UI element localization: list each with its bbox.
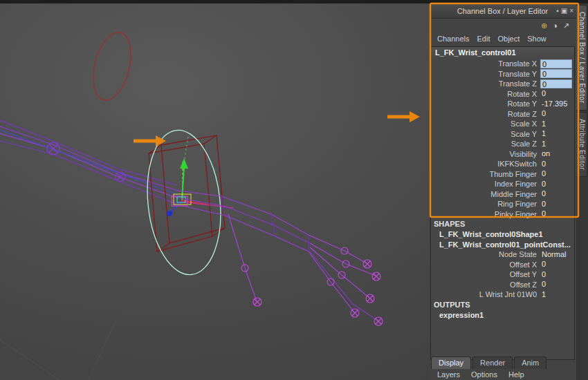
hand-wireframe[interactable]	[178, 191, 378, 321]
layer-editor-menubar: LayersOptionsHelp	[429, 369, 576, 380]
channel-attribute-label: Pinky Finger	[431, 210, 540, 218]
finger-joints[interactable]	[241, 247, 383, 325]
channel-attribute-row: Thumb Finger0	[431, 169, 574, 180]
slider-mode-icon[interactable]: ↗	[563, 22, 569, 30]
channel-attribute-value-field[interactable]: 0	[540, 180, 572, 189]
shape-attribute-value-field[interactable]: 0	[540, 280, 572, 289]
channel-attribute-value-field[interactable]: 1	[540, 129, 572, 138]
channel-attribute-label: Thumb Finger	[431, 170, 540, 178]
output-node-name: expression1	[431, 310, 574, 321]
channel-attribute-value-field[interactable]: 0	[540, 59, 572, 68]
shape-attribute-row: Offset X0	[431, 260, 574, 270]
channel-tool-icons: ⊕ ◑ ↗	[429, 19, 576, 32]
channel-attribute-row: Middle Finger0	[431, 189, 574, 200]
side-tab-channel-box[interactable]: Channel Box / Layer Editor	[576, 5, 587, 111]
shape-attribute-row: Offset Z0	[431, 280, 574, 290]
channel-attribute-row: Translate Z0	[431, 79, 574, 89]
tab-render[interactable]: Render	[472, 357, 513, 369]
channel-box-content: L_FK_Wrist_control01 Translate X0Transla…	[430, 46, 575, 360]
channel-attribute-value-field[interactable]: 0	[540, 109, 572, 118]
shape-attribute-value-field[interactable]: 0	[540, 260, 572, 269]
channel-attribute-label: Scale X	[431, 120, 540, 128]
channel-attribute-value-field[interactable]: 0	[540, 209, 572, 218]
y-axis-arrow[interactable]	[180, 158, 188, 169]
channel-attribute-value-field[interactable]: 1	[540, 120, 572, 129]
channel-attribute-row: Scale Z1	[431, 139, 574, 149]
fk-shoulder-control-circle[interactable]	[87, 28, 138, 104]
arm-wireframe[interactable]	[0, 120, 180, 205]
output-node-list: expression1	[431, 310, 574, 321]
tab-anim[interactable]: Anim	[514, 357, 546, 369]
channel-attribute-label: Visibility	[431, 150, 540, 158]
channel-attribute-row: Scale Y1	[431, 129, 574, 140]
channel-attribute-label: Translate X	[431, 59, 540, 68]
menu-edit[interactable]: Edit	[477, 35, 490, 43]
tab-display[interactable]: Display	[431, 357, 471, 369]
channel-attribute-row: Rotate Y-17.395	[431, 99, 574, 109]
side-tab-attribute-editor[interactable]: Attribute Editor	[576, 112, 587, 177]
selected-object-name[interactable]: L_FK_Wrist_control01	[431, 47, 574, 59]
shape-attribute-list: Node StateNormalOffset X0Offset Y0Offset…	[431, 249, 574, 300]
close-icon[interactable]: ×	[569, 8, 573, 15]
channel-attribute-row: Pinky Finger0	[431, 209, 574, 220]
manipulator-icon[interactable]: ⊕	[541, 22, 547, 30]
shape-attribute-label: L Wrist Jnt 01W0	[431, 290, 540, 298]
channel-attribute-value-field[interactable]: 0	[540, 89, 572, 98]
grid-lines	[0, 319, 116, 380]
fk-wrist-box-control[interactable]	[149, 135, 225, 251]
menu-help[interactable]: Help	[508, 370, 524, 379]
channel-attribute-value-field[interactable]: 1	[540, 140, 572, 149]
menu-layers[interactable]: Layers	[437, 370, 460, 379]
channel-attribute-label: Middle Finger	[431, 190, 540, 198]
shape-node-name: L_FK_Wrist_control0Shape1	[431, 229, 574, 240]
channel-box-menubar: ChannelsEditObjectShow	[429, 32, 576, 45]
channel-attribute-label: Scale Y	[431, 130, 540, 138]
channel-attribute-label: Translate Y	[431, 70, 540, 78]
channel-attribute-value-field[interactable]: 0	[540, 189, 572, 198]
shapes-section-header: SHAPES	[431, 219, 574, 229]
shape-node-list: L_FK_Wrist_control0Shape1L_FK_Wrist_cont…	[431, 229, 574, 249]
float-panel-icon[interactable]: ▣	[561, 8, 567, 15]
display-toggle-icon[interactable]: ◑	[553, 22, 558, 30]
shape-attribute-label: Node State	[431, 250, 540, 258]
channel-attribute-value-field[interactable]: -17.395	[540, 99, 572, 108]
shape-attribute-label: Offset Z	[431, 281, 540, 289]
channel-attribute-row: Rotate X0	[431, 89, 574, 99]
menu-object[interactable]: Object	[497, 35, 520, 43]
menu-channels[interactable]: Channels	[437, 35, 469, 43]
channel-attribute-row: Ring Finger0	[431, 199, 574, 209]
channel-attribute-label: Rotate Y	[431, 99, 540, 108]
z-axis-handle[interactable]	[167, 211, 172, 216]
channel-attribute-value-field[interactable]: 0	[540, 169, 572, 178]
panel-titlebar[interactable]: Channel Box / Layer Editor ▪ ▣ ×	[429, 3, 576, 19]
channel-attribute-value-field[interactable]: 0	[540, 200, 572, 209]
channel-attribute-label: Translate Z	[431, 79, 540, 88]
channel-attribute-label: Rotate X	[431, 90, 540, 98]
shape-attribute-value-field[interactable]: Normal	[540, 250, 572, 259]
outputs-section-header: OUTPUTS	[431, 300, 574, 310]
shape-attribute-row: L Wrist Jnt 01W01	[431, 289, 574, 300]
channel-attribute-value-field[interactable]: 0	[540, 79, 572, 88]
channel-attribute-row: Translate X0	[431, 59, 574, 69]
channel-attribute-label: Rotate Z	[431, 110, 540, 118]
layer-editor-tabs: DisplayRenderAnim	[431, 357, 546, 369]
channel-attribute-row: Scale X1	[431, 119, 574, 129]
shape-node-name: L_FK_Wrist_control01_pointConst...	[431, 240, 574, 250]
channel-attribute-value-field[interactable]: 0	[540, 160, 572, 169]
right-dock-tab-strip: Channel Box / Layer EditorAttribute Edit…	[576, 3, 588, 380]
shape-attribute-row: Offset Y0	[431, 269, 574, 280]
menu-options[interactable]: Options	[471, 370, 497, 379]
channel-attribute-row: Translate Y0	[431, 69, 574, 79]
pin-icon[interactable]: ▪	[556, 8, 559, 15]
arm-joints[interactable]	[47, 142, 125, 182]
channel-attribute-label: Scale Z	[431, 140, 540, 148]
shape-attribute-value-field[interactable]: 0	[540, 270, 572, 279]
channel-attribute-value-field[interactable]: on	[540, 149, 572, 158]
channel-attribute-label: Ring Finger	[431, 200, 540, 208]
channel-attribute-value-field[interactable]: 0	[540, 69, 572, 78]
shape-attribute-label: Offset X	[431, 260, 540, 269]
panel-title: Channel Box / Layer Editor	[457, 7, 548, 15]
shape-attribute-value-field[interactable]: 1	[540, 290, 572, 299]
menu-show[interactable]: Show	[527, 35, 546, 43]
channel-attribute-row: Rotate Z0	[431, 109, 574, 120]
